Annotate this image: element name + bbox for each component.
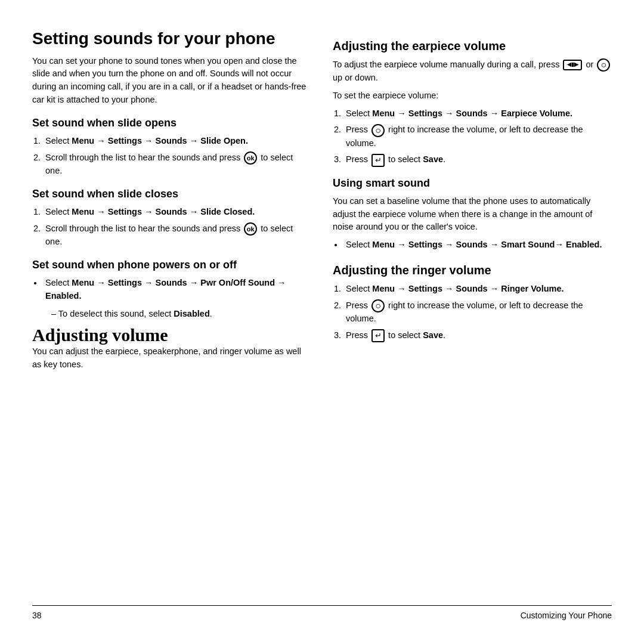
section3-title: Set sound when phone powers on or off <box>32 258 311 272</box>
nav-icon-3: ○ <box>371 299 385 312</box>
right-section1-step2: Press ○ right to increase the volume, or… <box>343 123 612 150</box>
intro-text: You can set your phone to sound tones wh… <box>32 55 311 107</box>
footer-label: Customizing Your Phone <box>521 611 612 620</box>
left-column: Setting sounds for your phone You can se… <box>32 29 311 596</box>
section3-list: Select Menu → Settings → Sounds → Pwr On… <box>43 277 311 303</box>
section3-menu: Menu → Settings → Sounds → Pwr On/Off So… <box>45 278 286 301</box>
section3-bullet1: Select Menu → Settings → Sounds → Pwr On… <box>43 277 311 303</box>
section2-list: Select Menu → Settings → Sounds → Slide … <box>43 206 311 249</box>
section2-title: Set sound when slide closes <box>32 187 311 201</box>
section1-list: Select Menu → Settings → Sounds → Slide … <box>43 135 311 178</box>
right-section1-step3: Press ↵ to select Save. <box>343 153 612 166</box>
right-section1-list: Select Menu → Settings → Sounds → Earpie… <box>343 107 612 167</box>
ringer-step1: Select Menu → Settings → Sounds → Ringer… <box>343 283 612 296</box>
ringer-step2: Press ○ right to increase the volume, or… <box>343 299 612 326</box>
ok-icon: ok <box>244 151 257 165</box>
ringer-step3: Press ↵ to select Save. <box>343 329 612 342</box>
content-area: Setting sounds for your phone You can se… <box>32 29 612 596</box>
page: Setting sounds for your phone You can se… <box>0 0 644 644</box>
section1-step1: Select Menu → Settings → Sounds → Slide … <box>43 135 311 148</box>
ringer-menu: Menu → Settings → Sounds → Ringer Volume… <box>372 284 564 293</box>
nav-icon-2: ○ <box>371 124 385 137</box>
smart-sound-title: Using smart sound <box>333 177 612 190</box>
right-section1-intro: To adjust the earpiece volume manually d… <box>333 58 612 85</box>
smart-sound-intro: You can set a baseline volume that the p… <box>333 195 612 234</box>
earpiece-menu: Menu → Settings → Sounds → Earpiece Volu… <box>372 109 572 118</box>
right-column: Adjusting the earpiece volume To adjust … <box>333 29 612 596</box>
section1-step2: Scroll through the list to hear the soun… <box>43 151 311 178</box>
save-label-2: Save <box>423 330 443 340</box>
section1-step1-menu: Menu → Settings → Sounds → Slide Open. <box>72 136 248 145</box>
footer: 38 Customizing Your Phone <box>32 605 612 620</box>
nav-icon: ○ <box>597 58 610 72</box>
right-section1-step1: Select Menu → Settings → Sounds → Earpie… <box>343 107 612 120</box>
save-icon-2: ↵ <box>371 329 385 342</box>
page-number: 38 <box>32 611 42 620</box>
section2-step1-menu: Menu → Settings → Sounds → Slide Closed. <box>72 207 255 216</box>
large-title: Adjusting volume <box>32 325 311 345</box>
right-section1-title: Adjusting the earpiece volume <box>333 38 612 54</box>
section3-dash-list: To deselect this sound, select Disabled. <box>51 308 311 321</box>
smart-sound-bullet1: Select Menu → Settings → Sounds → Smart … <box>343 239 612 252</box>
save-label: Save <box>423 154 443 164</box>
save-icon: ↵ <box>371 154 385 167</box>
ringer-list: Select Menu → Settings → Sounds → Ringer… <box>343 283 612 342</box>
ok-icon-2: ok <box>244 222 257 236</box>
ringer-title: Adjusting the ringer volume <box>333 262 612 278</box>
section2-step1: Select Menu → Settings → Sounds → Slide … <box>43 206 311 219</box>
main-title: Setting sounds for your phone <box>32 29 311 49</box>
right-section1-sub: To set the earpiece volume: <box>333 89 612 103</box>
smart-sound-list: Select Menu → Settings → Sounds → Smart … <box>343 239 612 252</box>
smart-sound-menu: Menu → Settings → Sounds → Smart Sound→ … <box>372 240 602 249</box>
vol-icon: ◀▮▶ <box>563 60 582 70</box>
disabled-label: Disabled <box>174 309 209 318</box>
section3-dash1: To deselect this sound, select Disabled. <box>51 308 311 321</box>
section1-title: Set sound when slide opens <box>32 116 311 130</box>
large-intro: You can adjust the earpiece, speakerphon… <box>32 345 311 371</box>
section2-step2: Scroll through the list to hear the soun… <box>43 222 311 249</box>
